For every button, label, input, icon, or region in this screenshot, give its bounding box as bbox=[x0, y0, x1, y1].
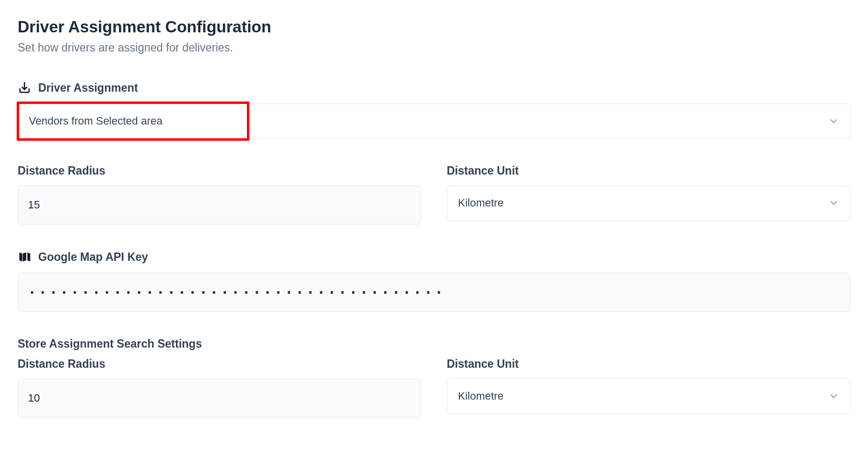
api-key-label-text: Google Map API Key bbox=[38, 251, 148, 264]
page-subtitle: Set how drivers are assigned for deliver… bbox=[18, 41, 850, 54]
distance-unit-field: Distance Unit Kilometre bbox=[447, 164, 850, 225]
distance-radius-field: Distance Radius bbox=[18, 164, 421, 225]
api-key-input[interactable]: ······································· bbox=[18, 273, 850, 312]
store-search-section: Store Assignment Search Settings Distanc… bbox=[18, 337, 850, 418]
driver-assignment-label: Driver Assignment bbox=[18, 81, 850, 95]
store-distance-unit-select-value: Kilometre bbox=[458, 390, 504, 403]
map-icon bbox=[18, 250, 31, 264]
driver-assignment-field: Driver Assignment Vendors from Selected … bbox=[18, 81, 850, 139]
distance-radius-label: Distance Radius bbox=[18, 164, 421, 177]
driver-assignment-select[interactable]: Vendors from Selected area bbox=[18, 103, 850, 139]
chevron-down-icon bbox=[828, 116, 839, 127]
distance-unit-select-value: Kilometre bbox=[458, 197, 504, 209]
driver-assignment-select-value: Vendors from Selected area bbox=[29, 115, 163, 127]
chevron-down-icon bbox=[828, 391, 839, 402]
store-search-title: Store Assignment Search Settings bbox=[18, 337, 850, 351]
distance-unit-select[interactable]: Kilometre bbox=[447, 185, 850, 221]
chevron-down-icon bbox=[828, 198, 839, 208]
api-key-field: Google Map API Key ·····················… bbox=[18, 250, 850, 312]
store-distance-radius-input[interactable] bbox=[18, 379, 421, 418]
assignment-icon bbox=[18, 81, 31, 95]
store-distance-unit-select[interactable]: Kilometre bbox=[447, 379, 850, 414]
api-key-masked: ······································· bbox=[28, 273, 445, 311]
driver-assignment-label-text: Driver Assignment bbox=[38, 81, 138, 95]
store-distance-radius-label: Distance Radius bbox=[18, 357, 421, 371]
store-distance-unit-label: Distance Unit bbox=[447, 357, 850, 371]
distance-unit-label: Distance Unit bbox=[447, 164, 850, 177]
distance-radius-input[interactable] bbox=[18, 185, 421, 225]
page-title: Driver Assignment Configuration bbox=[18, 18, 850, 36]
store-distance-unit-field: Distance Unit Kilometre bbox=[447, 357, 850, 418]
distance-row: Distance Radius Distance Unit Kilometre bbox=[18, 164, 850, 225]
api-key-label: Google Map API Key bbox=[18, 250, 850, 264]
store-distance-radius-field: Distance Radius bbox=[18, 357, 421, 418]
